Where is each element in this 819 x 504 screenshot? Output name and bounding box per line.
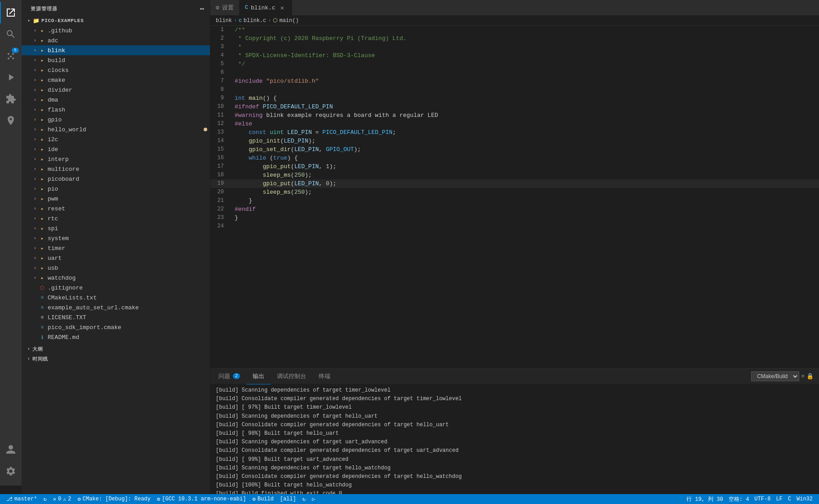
panel-tab-problems[interactable]: 问题 2	[212, 369, 246, 384]
sidebar-item-spi[interactable]: › ▸ spi	[22, 223, 210, 233]
sidebar-item-usb[interactable]: › ▸ usb	[22, 263, 210, 273]
status-branch[interactable]: ⎇ master*	[4, 494, 40, 504]
status-play[interactable]: ▷	[309, 494, 318, 504]
status-encoding[interactable]: UTF-8	[752, 494, 773, 504]
sidebar-item-timer[interactable]: › ▸ timer	[22, 243, 210, 253]
sidebar-item-interp[interactable]: › ▸ interp	[22, 154, 210, 164]
sidebar-item-divider[interactable]: › ▸ divider	[22, 85, 210, 95]
sidebar-item-pio[interactable]: › ▸ pio	[22, 184, 210, 194]
sidebar-item-system[interactable]: › ▸ system	[22, 233, 210, 243]
sidebar-item-example-auto[interactable]: › ≡ example_auto_set_url.cmake	[22, 303, 210, 312]
hello-world-folder-icon: ▸	[39, 126, 46, 133]
sidebar-item-adc[interactable]: › ▸ adc	[22, 36, 210, 45]
sidebar-item-multicore[interactable]: › ▸ multicore	[22, 164, 210, 174]
tree-root[interactable]: ▾ 📁 PICO-EXAMPLES	[22, 16, 210, 26]
sidebar-item-pwm[interactable]: › ▸ pwm	[22, 194, 210, 204]
activity-search[interactable]	[0, 23, 22, 45]
ide-arrow: ›	[31, 146, 39, 153]
gcc-icon: ⚙	[157, 496, 160, 503]
sidebar-item-reset[interactable]: › ▸ reset	[22, 204, 210, 214]
multicore-folder-icon: ▸	[39, 165, 46, 173]
breadcrumb-blink-c[interactable]: blink.c	[244, 18, 266, 24]
sidebar-item-gpio[interactable]: › ▸ gpio	[22, 115, 210, 125]
activity-account[interactable]	[0, 439, 22, 460]
sidebar-item-build[interactable]: › ▸ build	[22, 55, 210, 65]
sidebar-item-blink[interactable]: › ▸ blink	[22, 45, 210, 55]
sidebar-item-clocks[interactable]: › ▸ clocks	[22, 65, 210, 75]
example-auto-icon: ≡	[39, 304, 46, 311]
outline-header[interactable]: › 大纲	[22, 344, 210, 354]
activity-extensions[interactable]	[0, 88, 22, 110]
status-errors[interactable]: ✕ 0 ⚠ 2	[50, 494, 74, 504]
sidebar-item-rtc[interactable]: › ▸ rtc	[22, 214, 210, 223]
sidebar-item-flash[interactable]: › ▸ flash	[22, 105, 210, 115]
build-status-label: Build	[258, 496, 274, 502]
breadcrumb-blink[interactable]: blink	[216, 18, 232, 24]
activity-explorer[interactable]	[0, 2, 22, 23]
sidebar-item-readme[interactable]: › ℹ README.md	[22, 332, 210, 342]
status-lang[interactable]: C	[785, 494, 794, 504]
interp-label: interp	[48, 156, 210, 163]
spaces-label: 空格: 4	[729, 495, 749, 503]
sidebar-item-uart[interactable]: › ▸ uart	[22, 253, 210, 263]
code-editor[interactable]: 1 /** 2 * Copyright (c) 2020 Raspberry P…	[210, 26, 819, 368]
activity-settings[interactable]	[0, 460, 22, 482]
code-line-11: 11 #warning blink example requires a boa…	[210, 111, 819, 120]
output-line-8: [build] Consolidate compiler generated d…	[216, 446, 814, 455]
timer-label: timer	[48, 245, 210, 252]
sidebar-item-pico-sdk[interactable]: › ≡ pico_sdk_import.cmake	[22, 322, 210, 332]
i2c-arrow: ›	[31, 136, 39, 143]
panel-controls: CMake/Build ≡ 🔒	[751, 371, 817, 381]
sidebar-item-picoboard[interactable]: › ▸ picoboard	[22, 174, 210, 184]
adc-arrow: ›	[31, 37, 39, 44]
activity-source-control[interactable]: 5	[0, 45, 22, 67]
usb-folder-icon: ▸	[39, 264, 46, 272]
status-spaces[interactable]: 空格: 4	[726, 494, 752, 504]
sidebar-item-hello-world[interactable]: › ▸ hello_world	[22, 125, 210, 134]
panel-tab-debug[interactable]: 调试控制台	[271, 369, 312, 384]
error-count: 0	[58, 496, 61, 502]
panel-tab-output[interactable]: 输出	[246, 369, 271, 384]
rtc-folder-icon: ▸	[39, 215, 46, 222]
sidebar-item-watchdog[interactable]: › ▸ watchdog	[22, 273, 210, 283]
panel-lock-icon[interactable]: 🔒	[806, 373, 814, 380]
breadcrumb-main[interactable]: main()	[279, 18, 298, 24]
status-build[interactable]: ⚙ Build	[249, 494, 276, 504]
new-file-icon[interactable]: ⋯	[200, 4, 205, 13]
sidebar-item-license[interactable]: › ≡ LICENSE.TXT	[22, 312, 210, 322]
code-table: 1 /** 2 * Copyright (c) 2020 Raspberry P…	[210, 26, 819, 231]
sidebar-item-cmake[interactable]: › ▸ cmake	[22, 75, 210, 85]
panel-tab-terminal[interactable]: 终端	[312, 369, 337, 384]
flash-folder-icon: ▸	[39, 106, 46, 113]
tab-blink-c[interactable]: C blink.c ✕	[240, 0, 292, 15]
watchdog-arrow: ›	[31, 274, 39, 281]
activity-remote[interactable]	[0, 110, 22, 131]
code-line-21: 21 }	[210, 196, 819, 205]
sidebar-item-github[interactable]: › ▸ .github	[22, 26, 210, 36]
status-cmake[interactable]: ⚙ CMake: [Debug]: Ready	[75, 494, 153, 504]
sidebar-item-gitignore[interactable]: › ⬡ .gitignore	[22, 283, 210, 293]
status-gcc[interactable]: ⚙ [GCC 10.3.1 arm-none-eabi]	[154, 494, 249, 504]
status-bar: ⎇ master* ↻ ✕ 0 ⚠ 2 ⚙ CMake: [Debug]: Re…	[0, 494, 819, 504]
sidebar-item-i2c[interactable]: › ▸ i2c	[22, 134, 210, 144]
divider-label: divider	[48, 87, 210, 94]
status-run[interactable]: [all]	[277, 494, 299, 504]
panel-list-icon[interactable]: ≡	[801, 373, 805, 380]
output-line-1: [build] Scanning dependencies of target …	[216, 386, 814, 395]
output-line-3: [build] [ 97%] Built target timer_lowlev…	[216, 403, 814, 412]
activity-run[interactable]	[0, 67, 22, 88]
flash-label: flash	[48, 107, 210, 113]
sidebar-item-dma[interactable]: › ▸ dma	[22, 95, 210, 105]
tab-close-button[interactable]: ✕	[278, 4, 286, 12]
timeline-header[interactable]: › 时间线	[22, 354, 210, 364]
build-selector[interactable]: CMake/Build	[751, 371, 799, 381]
status-position[interactable]: 行 19, 列 30	[684, 494, 726, 504]
sidebar-item-ide[interactable]: › ▸ ide	[22, 144, 210, 154]
sidebar-item-cmakelists[interactable]: › ≡ CMakeLists.txt	[22, 293, 210, 303]
status-sync[interactable]: ↻	[40, 494, 49, 504]
output-line-10: [build] Scanning dependencies of target …	[216, 464, 814, 473]
status-line-ending[interactable]: LF	[773, 494, 785, 504]
tab-settings[interactable]: ⚙ 设置	[210, 0, 240, 15]
status-os[interactable]: Win32	[794, 494, 815, 504]
status-refresh[interactable]: ↻	[300, 494, 308, 504]
